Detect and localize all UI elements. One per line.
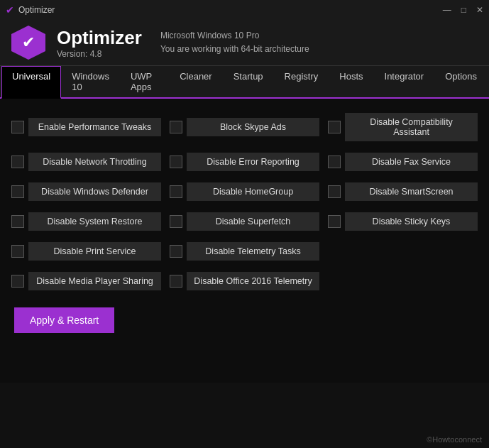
option-label[interactable]: Disable Print Service [28, 242, 161, 261]
tab-bar: Universal Windows 10 UWP Apps Cleaner St… [0, 66, 489, 99]
option-label[interactable]: Disable System Restore [28, 212, 161, 231]
option-label[interactable]: Disable Windows Defender [28, 182, 161, 201]
tab-startup[interactable]: Startup [223, 66, 274, 97]
option-item: Disable Print Service [7, 236, 165, 266]
option-item: Disable Compatibility Assistant [324, 107, 482, 147]
option-checkbox[interactable] [328, 215, 341, 228]
option-checkbox[interactable] [170, 275, 182, 288]
option-item [324, 236, 482, 266]
architecture-info: You are working with 64-bit architecture [160, 43, 309, 56]
option-item [324, 266, 482, 296]
option-checkbox[interactable] [11, 245, 24, 258]
option-label[interactable]: Enable Performance Tweaks [28, 118, 161, 136]
titlebar-left: ✔ Optimizer [6, 4, 55, 16]
option-item: Disable HomeGroup [165, 177, 324, 207]
option-item: Disable Fax Service [324, 147, 482, 177]
option-checkbox[interactable] [170, 155, 182, 168]
option-checkbox[interactable] [170, 185, 182, 198]
minimize-button[interactable]: — [443, 5, 451, 15]
tab-windows10[interactable]: Windows 10 [61, 66, 120, 97]
option-label[interactable]: Disable Fax Service [345, 153, 478, 171]
option-item: Disable SmartScreen [324, 177, 482, 207]
option-item: Disable Superfetch [165, 207, 324, 236]
option-item: Enable Performance Tweaks [7, 107, 165, 147]
option-label[interactable]: Disable Compatibility Assistant [345, 113, 478, 141]
option-checkbox[interactable] [11, 185, 24, 198]
tab-universal[interactable]: Universal [1, 66, 61, 99]
app-header: ✔ Optimizer Version: 4.8 Microsoft Windo… [0, 20, 489, 66]
app-icon-check: ✔ [22, 33, 35, 52]
option-label[interactable]: Disable Telemetry Tasks [187, 242, 319, 261]
option-checkbox[interactable] [11, 275, 24, 288]
option-item: Block Skype Ads [165, 107, 324, 147]
option-checkbox[interactable] [11, 215, 24, 228]
app-name: Optimizer [57, 27, 142, 49]
titlebar: ✔ Optimizer — □ ✕ [0, 0, 489, 20]
titlebar-check-icon: ✔ [6, 4, 14, 16]
close-button[interactable]: ✕ [476, 5, 483, 15]
option-label[interactable]: Disable Error Reporting [187, 153, 319, 171]
tab-hosts[interactable]: Hosts [329, 66, 373, 97]
option-checkbox[interactable] [170, 245, 182, 258]
apply-restart-button[interactable]: Apply & Restart [14, 307, 114, 333]
option-label[interactable]: Disable Sticky Keys [345, 212, 478, 231]
titlebar-controls: — □ ✕ [443, 5, 483, 15]
tab-cleaner[interactable]: Cleaner [169, 66, 223, 97]
option-item: Disable Windows Defender [7, 177, 165, 207]
tab-registry[interactable]: Registry [274, 66, 329, 97]
option-checkbox[interactable] [328, 185, 341, 198]
option-item: Disable Media Player Sharing [7, 266, 165, 296]
option-label[interactable]: Disable Media Player Sharing [28, 272, 161, 290]
option-item: Disable System Restore [7, 207, 165, 236]
option-checkbox[interactable] [11, 121, 24, 133]
watermark: ©Howtoconnect [427, 435, 482, 444]
option-item: Disable Error Reporting [165, 147, 324, 177]
option-label[interactable]: Disable SmartScreen [345, 182, 478, 201]
option-item: Disable Office 2016 Telemetry [165, 266, 324, 296]
os-name: Microsoft Windows 10 Pro [160, 29, 309, 43]
maximize-button[interactable]: □ [461, 5, 466, 15]
apply-section: Apply & Restart [7, 296, 482, 344]
option-checkbox[interactable] [11, 155, 24, 168]
options-grid: Enable Performance TweaksBlock Skype Ads… [7, 107, 482, 296]
option-checkbox[interactable] [328, 155, 341, 168]
header-info: Microsoft Windows 10 Pro You are working… [160, 29, 309, 56]
content-area: Enable Performance TweaksBlock Skype Ads… [0, 99, 489, 383]
option-label[interactable]: Block Skype Ads [187, 118, 319, 136]
option-checkbox[interactable] [170, 121, 182, 133]
option-label[interactable]: Disable Office 2016 Telemetry [187, 272, 319, 290]
option-item: Disable Sticky Keys [324, 207, 482, 236]
tab-options[interactable]: Options [434, 66, 488, 97]
option-checkbox[interactable] [328, 121, 341, 133]
option-label[interactable]: Disable Superfetch [187, 212, 319, 231]
header-text: Optimizer Version: 4.8 [57, 27, 142, 59]
option-item: Disable Telemetry Tasks [165, 236, 324, 266]
tab-integrator[interactable]: Integrator [374, 66, 435, 97]
tab-uwpapps[interactable]: UWP Apps [120, 66, 169, 97]
option-label[interactable]: Disable Network Throttling [28, 153, 161, 171]
option-item: Disable Network Throttling [7, 147, 165, 177]
option-label[interactable]: Disable HomeGroup [187, 182, 319, 201]
app-icon: ✔ [11, 26, 45, 60]
titlebar-title: Optimizer [18, 5, 55, 15]
option-checkbox[interactable] [170, 215, 182, 228]
app-version: Version: 4.8 [57, 49, 142, 59]
